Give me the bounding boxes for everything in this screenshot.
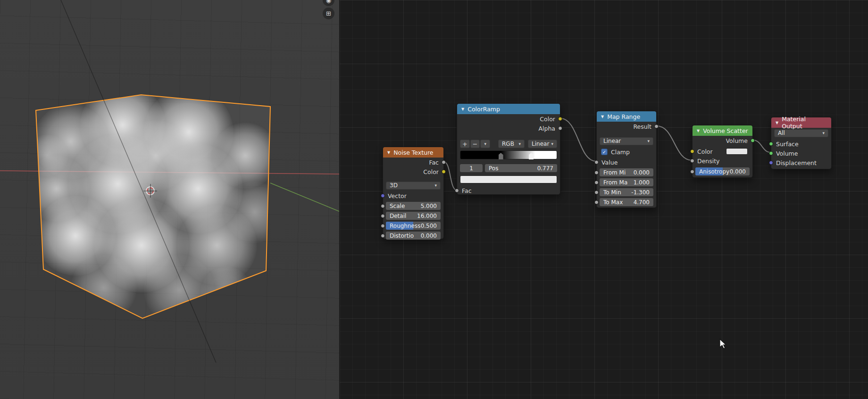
node-title: Volume Scatter xyxy=(703,127,748,134)
socket-from-max-input[interactable] xyxy=(594,180,599,184)
add-stop-button[interactable]: + xyxy=(460,140,470,148)
collapse-icon[interactable]: ▼ xyxy=(776,121,778,125)
input-label: Vector xyxy=(388,192,407,200)
interpolation-dropdown[interactable]: Linear ▾ xyxy=(528,140,557,148)
blender-window: ◉ ⊞ ▼ Noise Texture Fac Color 3D ▾ xyxy=(0,0,868,399)
from-min-row: From Mi 0.000 xyxy=(597,168,656,177)
dropdown-value: RGB xyxy=(502,141,514,147)
input-row-displacement: Displacement xyxy=(771,158,831,167)
socket-alpha-output[interactable] xyxy=(558,126,562,131)
detail-slider[interactable]: Detail 16.000 xyxy=(386,212,441,220)
socket-displacement-input[interactable] xyxy=(769,161,773,165)
socket-fac-output[interactable] xyxy=(442,160,446,165)
socket-volume-input[interactable] xyxy=(769,151,773,156)
field-value: 0.000 xyxy=(634,169,650,176)
node-material-output[interactable]: ▼ Material Output All ▾ Surface Volume D… xyxy=(771,117,832,169)
colorramp-gradient[interactable] xyxy=(460,150,557,159)
input-row-fac: Fac xyxy=(457,186,560,195)
stop-position-slider[interactable]: Pos 0.777 xyxy=(485,164,557,172)
socket-from-min-input[interactable] xyxy=(594,170,599,175)
field-label: To Min xyxy=(603,189,621,196)
light-track-line xyxy=(61,0,216,363)
socket-surface-input[interactable] xyxy=(769,142,773,146)
dropdown-value: Linear xyxy=(603,138,621,144)
output-row-alpha: Alpha xyxy=(457,124,560,133)
to-max-row: To Max 4.700 xyxy=(597,198,656,207)
node-header[interactable]: ▼ Map Range xyxy=(597,111,656,122)
from-max-field[interactable]: From Ma 1.000 xyxy=(600,178,653,186)
remove-stop-button[interactable]: − xyxy=(470,140,480,148)
slider-value: 0.777 xyxy=(537,165,553,172)
socket-value-input[interactable] xyxy=(594,160,599,165)
node-color-ramp[interactable]: ▼ ColorRamp Color Alpha + − ▾ RGB ▾ Line… xyxy=(457,103,560,195)
node-map-range[interactable]: ▼ Map Range Result Linear ▾ ✓ Clamp Valu… xyxy=(596,111,657,208)
socket-density-input[interactable] xyxy=(690,159,694,163)
socket-result-output[interactable] xyxy=(654,125,659,129)
node-header[interactable]: ▼ Material Output xyxy=(771,117,831,128)
socket-to-min-input[interactable] xyxy=(594,190,599,194)
stop-index-field[interactable]: 1 xyxy=(460,164,483,172)
dimensions-row: 3D ▾ xyxy=(383,181,443,190)
check-icon: ✓ xyxy=(602,150,606,155)
ramp-handle-0[interactable] xyxy=(499,153,503,159)
node-title: ColorRamp xyxy=(467,106,500,113)
distortion-slider[interactable]: Distortio 0.000 xyxy=(386,232,441,240)
collapse-icon[interactable]: ▼ xyxy=(387,150,390,155)
input-label: Displacement xyxy=(776,159,817,166)
from-min-field[interactable]: From Mi 0.000 xyxy=(600,168,653,176)
socket-color-output[interactable] xyxy=(558,117,562,121)
scale-slider[interactable]: Scale 5.000 xyxy=(386,202,441,210)
to-min-field[interactable]: To Min -1.300 xyxy=(600,188,653,196)
interpolation-dropdown[interactable]: Linear ▾ xyxy=(600,137,653,145)
roughness-slider[interactable]: Roughness 0.500 xyxy=(386,222,441,230)
collapse-icon[interactable]: ▼ xyxy=(697,129,700,133)
socket-volume-output[interactable] xyxy=(751,139,755,143)
socket-fac-input[interactable] xyxy=(455,189,459,193)
collapse-icon[interactable]: ▼ xyxy=(601,115,604,119)
output-label: Fac xyxy=(429,159,439,166)
input-row-volume: Volume xyxy=(771,149,831,158)
chevron-down-icon: ▾ xyxy=(484,141,486,146)
socket-color-input[interactable] xyxy=(690,150,694,154)
input-row-surface: Surface xyxy=(771,139,831,149)
chevron-down-icon: ▾ xyxy=(647,139,650,143)
input-label: Surface xyxy=(776,141,799,148)
dropdown-value: All xyxy=(778,130,785,136)
ramp-handle-1[interactable] xyxy=(529,153,534,159)
socket-scale-input[interactable] xyxy=(381,204,385,208)
roughness-row: Roughness 0.500 xyxy=(383,221,443,230)
checkbox-label: Clamp xyxy=(611,149,630,156)
socket-distortion-input[interactable] xyxy=(381,233,385,238)
target-dropdown[interactable]: All ▾ xyxy=(774,129,828,137)
stop-color-swatch[interactable] xyxy=(460,175,557,183)
node-header[interactable]: ▼ Volume Scatter xyxy=(693,125,752,136)
output-label: Volume xyxy=(726,137,748,144)
viewport-grid-icon[interactable]: ⊞ xyxy=(323,8,334,19)
clamp-checkbox[interactable]: ✓ xyxy=(601,149,608,155)
color-mode-dropdown[interactable]: RGB ▾ xyxy=(498,140,525,148)
dimensions-dropdown[interactable]: 3D ▾ xyxy=(386,182,441,190)
socket-anisotropy-input[interactable] xyxy=(690,169,694,174)
node-volume-scatter[interactable]: ▼ Volume Scatter Volume Color Density An… xyxy=(692,125,753,178)
ramp-options-button[interactable]: ▾ xyxy=(480,140,490,148)
slider-label: Anisotropy xyxy=(699,168,729,175)
socket-color-output[interactable] xyxy=(442,170,446,174)
to-max-field[interactable]: To Max 4.700 xyxy=(600,198,653,206)
node-header[interactable]: ▼ ColorRamp xyxy=(457,104,560,114)
node-noise-texture[interactable]: ▼ Noise Texture Fac Color 3D ▾ Vector Sc… xyxy=(383,147,444,239)
socket-to-max-input[interactable] xyxy=(594,200,599,204)
socket-vector-input[interactable] xyxy=(381,194,385,198)
viewport-3d[interactable]: ◉ ⊞ xyxy=(0,0,339,399)
field-label: From Mi xyxy=(603,169,626,176)
anisotropy-slider[interactable]: Anisotropy 0.000 xyxy=(695,167,750,175)
mouse-pointer-icon xyxy=(719,339,729,350)
socket-detail-input[interactable] xyxy=(381,214,385,218)
slider-label: Scale xyxy=(390,203,405,209)
collapse-icon[interactable]: ▼ xyxy=(461,107,464,111)
socket-roughness-input[interactable] xyxy=(381,224,385,228)
interpolation-row: Linear ▾ xyxy=(597,137,656,145)
color-swatch[interactable] xyxy=(726,148,748,155)
3d-cursor[interactable] xyxy=(147,187,154,194)
scale-row: Scale 5.000 xyxy=(383,201,443,210)
node-header[interactable]: ▼ Noise Texture xyxy=(383,147,443,158)
